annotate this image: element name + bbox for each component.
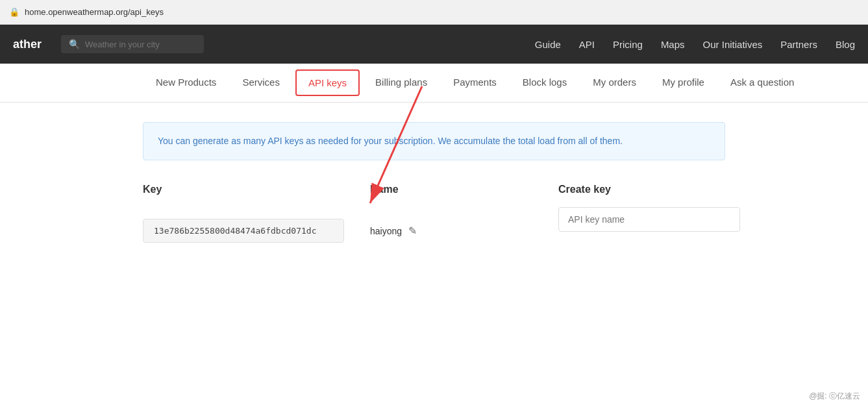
name-column-header: Name — [370, 184, 399, 195]
top-nav: ather 🔍 Guide API Pricing Maps Our Initi… — [0, 25, 868, 64]
nav-blog[interactable]: Blog — [836, 39, 855, 50]
api-key-row: 13e786b2255800d48474a6fdbcd071dc haiyong… — [143, 219, 506, 243]
info-box: You can generate as many API keys as nee… — [143, 122, 725, 160]
tab-ask-question[interactable]: Ask a question — [717, 65, 807, 101]
lock-icon: 🔒 — [9, 7, 19, 17]
url-bar[interactable]: home.openweathermap.org/api_keys — [25, 7, 164, 17]
sub-tabs-wrapper: New Products Services API keys Billing p… — [0, 64, 868, 103]
create-key-input[interactable] — [558, 207, 740, 232]
nav-maps[interactable]: Maps — [661, 39, 685, 50]
sub-tabs-area: New Products Services API keys Billing p… — [0, 64, 868, 103]
nav-guide[interactable]: Guide — [535, 39, 561, 50]
create-key-header: Create key — [558, 184, 740, 195]
watermark: @掘: ⓒ亿速云 — [809, 391, 860, 402]
nav-api[interactable]: API — [579, 39, 595, 50]
search-icon: 🔍 — [69, 39, 80, 49]
main-content: You can generate as many API keys as nee… — [0, 103, 868, 262]
search-bar[interactable]: 🔍 — [61, 35, 204, 53]
tab-api-keys[interactable]: API keys — [295, 69, 360, 96]
api-key-name: haiyong — [370, 226, 402, 236]
key-column-header: Key — [143, 184, 344, 195]
edit-icon[interactable]: ✎ — [408, 225, 417, 237]
nav-links: Guide API Pricing Maps Our Initiatives P… — [535, 39, 855, 50]
nav-logo: ather — [13, 38, 42, 51]
search-input[interactable] — [85, 40, 189, 49]
tab-payments[interactable]: Payments — [440, 65, 510, 101]
name-cell: haiyong ✎ — [370, 225, 417, 237]
tab-new-products[interactable]: New Products — [143, 65, 229, 101]
tab-my-orders[interactable]: My orders — [580, 65, 649, 101]
info-message: You can generate as many API keys as nee… — [158, 136, 623, 146]
api-key-value[interactable]: 13e786b2255800d48474a6fdbcd071dc — [143, 219, 344, 243]
tab-block-logs[interactable]: Block logs — [510, 65, 580, 101]
tab-services[interactable]: Services — [229, 65, 293, 101]
nav-our-initiatives[interactable]: Our Initiatives — [703, 39, 763, 50]
create-key-col: Create key — [558, 184, 740, 232]
nav-partners[interactable]: Partners — [780, 39, 817, 50]
tab-billing-plans[interactable]: Billing plans — [362, 65, 440, 101]
tab-my-profile[interactable]: My profile — [649, 65, 717, 101]
browser-bar: 🔒 home.openweathermap.org/api_keys — [0, 0, 868, 25]
table-section: Key Name 13e786b2255800d48474a6fdbcd071d… — [143, 184, 725, 243]
table-left: Key Name 13e786b2255800d48474a6fdbcd071d… — [143, 184, 506, 243]
nav-pricing[interactable]: Pricing — [613, 39, 643, 50]
